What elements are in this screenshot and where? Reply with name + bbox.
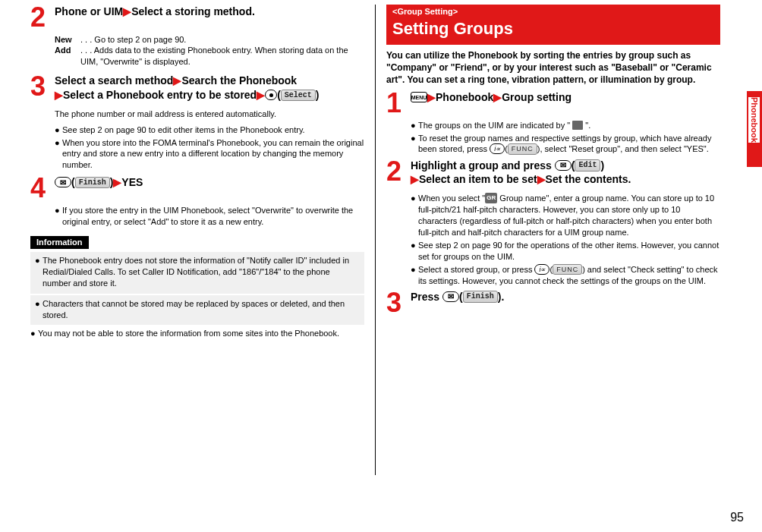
bullet-text: The groups on the UIM are indicated by "… [418,120,720,131]
triangle-icon: ▶ [427,91,436,103]
step-number: 3 [30,74,55,104]
i-alpha-button-icon: i∝ [490,143,505,154]
info-text: Characters that cannot be stored may be … [43,298,360,321]
mail-button-icon: ✉ [555,160,572,171]
info-bullet: ● Characters that cannot be stored may b… [35,298,360,321]
heading-band: <Group Setting> Setting Groups [386,5,720,45]
column-divider [375,5,376,475]
step-number: 1 [386,90,411,115]
step-3: 3 Select a search method▶Search the Phon… [30,74,364,104]
triangle-icon: ▶ [55,89,63,101]
group-setting-label: Group setting [502,91,572,103]
func-softkey: FUNC [553,264,582,275]
step3-body1: The phone number or mail address is ente… [55,109,364,120]
definition-add: Add . . . Adds data to the existing Phon… [55,45,364,68]
bullet: ● The groups on the UIM are indicated by… [411,120,720,131]
edit-softkey: Edit [575,159,600,172]
select-softkey: Select [281,90,316,102]
step-title: ✉(Finish)▶YES [55,175,364,190]
r2-title-b: Select an item to be set [419,173,537,185]
step3-b: Search the Phonebook [181,74,297,87]
menu-button-icon: MENU [411,92,427,102]
heading-main: Setting Groups [392,17,714,40]
definition-new: New . . . Go to step 2 on page 90. [55,34,364,46]
triangle-icon: ▶ [123,5,131,17]
mail-button-icon: ✉ [55,177,71,187]
bullet-icon: ● [411,193,418,238]
information-header: Information [30,236,89,249]
center-button-icon [265,90,277,100]
bullet-icon: ● [35,298,43,321]
triangle-icon: ▶ [537,173,546,185]
info-bullet: ● The Phonebook entry does not store the… [35,255,360,289]
info-bullet: ● You may not be able to store the infor… [30,328,364,339]
r2-b3-a: Select a stored group, or press [418,265,534,274]
step-number: 2 [386,159,411,189]
yes-label: YES [121,176,143,188]
def-term-new: New [55,34,80,46]
bullet-icon: ● [411,264,418,287]
bullet: ● See step 2 on page 90 to edit other it… [55,124,364,136]
r1-b2-b: ), select "Reset group", and then select… [537,144,709,153]
bullet-text: If you store the entry in the UIM Phoneb… [62,205,364,228]
bullet: ● Select a stored group, or press i∝(FUN… [411,264,720,287]
side-tab-label: Phonebook [748,97,760,143]
step3-a: Select a search method [55,74,173,87]
info-text: You may not be able to store the informa… [38,328,364,339]
bullet-text: See step 2 on page 90 to edit other item… [62,124,364,136]
bullet-text: Select a stored group, or press i∝(FUNC)… [418,264,720,287]
r2-title-a: Highlight a group and press [411,159,555,172]
step2-title-b: Select a storing method. [131,5,255,17]
step-title: Select a search method▶Search the Phoneb… [55,74,364,102]
r2-title-c: Set the contents. [546,173,631,185]
step-2: 2 Phone or UIM▶Select a storing method. [30,5,364,30]
r1-b1-a: The groups on the UIM are indicated by " [418,121,572,130]
r2-b1-a: When you select " [418,194,485,203]
right-column: <Group Setting> Setting Groups You can u… [379,5,728,501]
step-number: 4 [30,175,55,200]
bullet-icon: ● [55,124,62,136]
page-content: 2 Phone or UIM▶Select a storing method. … [0,0,762,501]
step2-title-a: Phone or UIM [55,5,123,17]
step-number: 3 [386,290,411,315]
step-number: 2 [30,5,55,30]
information-box: ● The Phonebook entry does not store the… [30,252,364,294]
i-alpha-button-icon: i∝ [534,264,549,275]
triangle-icon: ▶ [257,89,265,101]
intro-text: You can utilize the Phonebook by sorting… [386,49,720,87]
bullet-icon: ● [411,133,418,156]
def-term-add: Add [55,45,80,56]
bullet: ● To reset the group names and respectiv… [411,133,720,156]
phonebook-label: Phonebook [436,91,493,103]
group-icon: GR [485,193,497,203]
uim-icon [572,121,583,130]
triangle-icon: ▶ [113,176,121,188]
bullet-icon: ● [411,240,418,263]
step-title: Press ✉(Finish). [411,290,720,304]
mail-button-icon: ✉ [442,291,459,302]
bullet-icon: ● [55,205,62,228]
r3-title-a: Press [411,291,442,303]
bullet: ● When you store into the FOMA terminal'… [55,137,364,172]
def-desc-new: . . . Go to step 2 on page 90. [80,34,364,46]
bullet-text: When you select "GR Group name", enter a… [418,193,720,238]
bullet: ● See step 2 on page 90 for the operatio… [411,240,720,263]
bullet-icon: ● [30,328,38,339]
heading-sub: <Group Setting> [392,6,714,17]
step-4: 4 ✉(Finish)▶YES [30,175,364,200]
step-title: Phone or UIM▶Select a storing method. [55,5,364,19]
r3-title-b: ). [498,291,505,303]
step-title: Highlight a group and press ✉(Edit) ▶Sel… [411,159,720,187]
r-step-1: 1 MENU▶Phonebook▶Group setting [386,90,720,115]
triangle-icon: ▶ [411,173,419,185]
finish-softkey: Finish [75,177,110,189]
left-column: 2 Phone or UIM▶Select a storing method. … [23,5,372,501]
bullet: ● If you store the entry in the UIM Phon… [55,205,364,228]
bullet: ● When you select "GR Group name", enter… [411,193,720,238]
step-title: MENU▶Phonebook▶Group setting [411,90,720,105]
r1-b1-b: ". [583,121,590,130]
finish-softkey: Finish [463,291,498,303]
info-text: The Phonebook entry does not store the i… [43,255,360,289]
bullet-icon: ● [35,255,43,289]
bullet-icon: ● [411,120,418,131]
